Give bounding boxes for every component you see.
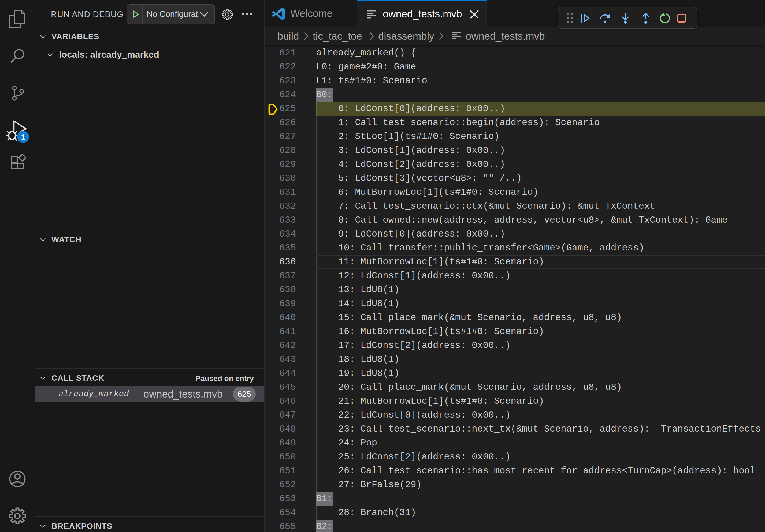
svg-text:1: 1 (21, 133, 25, 141)
